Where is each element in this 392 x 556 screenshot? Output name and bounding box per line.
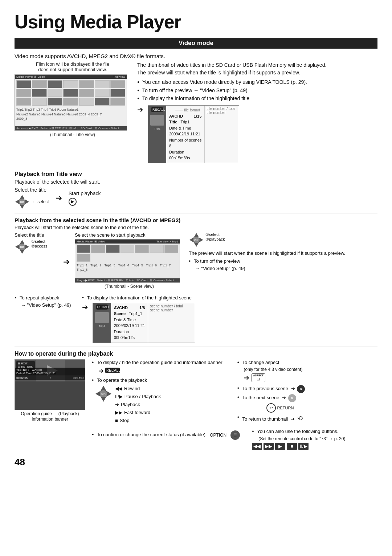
recall-row: ➔ RECALL	[98, 367, 232, 375]
scene-thumb-cell	[121, 245, 134, 253]
recall-label: RECALL	[152, 108, 165, 111]
recall-btn: RECALL	[151, 107, 163, 112]
thumb-cell	[95, 98, 110, 106]
scene-substeps1: ①select ②access	[31, 239, 47, 249]
video-setup-note: → "Video Setup" (p. 49)	[195, 266, 377, 271]
return-thumb-label: To return to thumbnail	[242, 416, 288, 422]
step1-label: Select the title OK ← select	[15, 187, 49, 209]
duration-val: 00h15m39s	[169, 156, 190, 160]
next-scene-btn[interactable]: G	[288, 394, 296, 402]
scene-thumb-cell	[77, 254, 90, 262]
thumb-cell	[79, 80, 94, 88]
select-arrow: ← select	[32, 199, 49, 204]
rewind-icon: ◀◀	[115, 385, 122, 393]
confirm-option-label: OPTION	[210, 433, 226, 438]
playback-title-heading: Playback from Title view	[15, 171, 377, 177]
screen-footer: Access→▶ EXIT Select→⊞ RETURN ⊡ Info SD …	[15, 126, 127, 130]
remote-stop-btn[interactable]: ■	[287, 443, 297, 450]
thumb-cell	[63, 80, 78, 88]
svg-text:OK: OK	[194, 238, 199, 242]
return-button[interactable]: ↩	[266, 403, 276, 413]
svg-text:OK: OK	[20, 245, 24, 249]
scene-thumb-label: (Thumbnail - Scene view)	[75, 284, 184, 289]
scene-recall-btn: RECALL	[96, 304, 108, 310]
scene-steps-row: Select the title OK ①select ②access ➔ Se	[15, 232, 377, 292]
playback-label: (Playback)	[58, 411, 79, 416]
title-field-val: Trip1	[180, 120, 189, 124]
bullet-item: You can also access Video mode directly …	[137, 79, 377, 86]
film-note: Film icon will be displayed if the file …	[15, 61, 131, 72]
sub2: ②access	[31, 244, 47, 249]
duration-label: Duration	[169, 150, 184, 154]
scene-field-val: Trip1_1	[129, 311, 142, 316]
change-aspect-label: To change aspect	[242, 360, 279, 365]
date-row: Date & Time	[169, 125, 201, 131]
step2-arrow: ➔	[63, 257, 70, 267]
option-button[interactable]: ☰	[230, 430, 240, 440]
remote-rew-btn[interactable]: ◀◀	[252, 443, 262, 450]
remote-pause-btn[interactable]: II/▶	[298, 443, 309, 450]
how-to-section: How to operate during the playback ⊞ EXI…	[15, 351, 377, 450]
scene-date-val: 2009/02/19 11:21	[114, 323, 145, 329]
scene-info-card-area: ➔ RECALL Trip1 AVCHD 1/8	[82, 303, 196, 343]
scene-label-extra: Trip1_8	[75, 267, 180, 272]
scene-thumb-cell	[77, 245, 90, 253]
intro-text: Video mode supports AVCHD, MPEG2 and Div…	[15, 53, 377, 59]
fastfwd-label: Fast forward	[124, 409, 150, 417]
remote-fwd-btn[interactable]: ▶▶	[264, 443, 274, 450]
remote-sub: (Set the remote control code to "73" → p…	[258, 436, 345, 441]
operate-item: To operate the playback	[92, 377, 232, 384]
thumb-cell	[16, 98, 31, 106]
thumb-cell	[110, 80, 125, 88]
scenes-val-row: 8	[169, 143, 201, 149]
controls-col: To display / hide the operation guide an…	[92, 359, 377, 425]
scene-thumb-cell	[150, 245, 163, 253]
scenes-val: 8	[169, 144, 171, 148]
playback-scene-section: Playback from the selected scene in the …	[15, 217, 377, 343]
display-info-section: To display the information of the highli…	[82, 295, 196, 343]
step-arrow: ➔	[56, 193, 62, 203]
thumb-image	[150, 115, 164, 126]
playback-bg: ⊞ EXIT⊞ RETURN▶ II/▶ Title Trip1 AVCHDDa…	[15, 360, 85, 381]
scene-step2: Select the scene to start playback Media…	[75, 232, 184, 292]
playback-ops: OK ◀◀ Rewind II/▶ Pause / Playback	[95, 385, 232, 425]
play-button[interactable]: ▶	[69, 198, 77, 206]
number-label: 1/15	[194, 113, 201, 119]
thumb-cell	[63, 89, 78, 97]
turn-off-note: To turn off the preview	[189, 258, 377, 265]
scene-thumb-cell	[135, 245, 149, 253]
scene-thumb-img	[95, 312, 109, 323]
film-note-line2: does not support thumbnail view.	[38, 67, 107, 72]
thumb-cell	[110, 98, 125, 106]
confirm-text: To confirm or change the current status …	[92, 432, 205, 438]
thumb-cell	[79, 98, 94, 106]
pause-op: II/▶ Pause / Playback	[115, 393, 161, 401]
thumb-grid	[15, 79, 127, 107]
display-info-item: To display the information of the highli…	[82, 295, 196, 301]
controls-right: To change aspect (only for the 4:3 video…	[237, 359, 378, 425]
page-title: Using Media Player	[15, 11, 377, 33]
prev-scene-btn[interactable]: R	[297, 385, 305, 393]
title-field-label: Title	[169, 120, 177, 124]
playback-screenshot-wrapper: ⊞ EXIT⊞ RETURN▶ II/▶ Title Trip1 AVCHDDa…	[15, 359, 85, 422]
scene-step2-label: Select the scene to start playback	[75, 232, 184, 238]
playback-arrow: ➔	[115, 401, 119, 409]
info-banner-overlay: Title Trip1 AVCHDDate & Time 2009/02/19 …	[15, 368, 85, 376]
avchd-desc: Playback will start from the selected sc…	[15, 225, 377, 230]
scene-thumb-cell	[106, 245, 120, 253]
scene-substeps2: ①select ②playback	[205, 232, 225, 242]
fastfwd-op: ▶▶ Fast forward	[115, 409, 161, 417]
dpad-control[interactable]: OK	[15, 194, 30, 209]
screenshot-labels: Operation guide (Playback)	[21, 411, 79, 416]
scene-step3: OK ①select ②playback The preview will st…	[189, 232, 377, 271]
dpad-svg3: OK	[189, 232, 204, 248]
thumb-cell	[16, 80, 31, 88]
svg-text:OK: OK	[20, 200, 24, 204]
scene-labels: Trip1_1Trip1_2Trip1_3Trip1_4Trip1_5Trip1…	[75, 263, 180, 267]
thumb-cell	[32, 89, 47, 97]
remote-play-btn[interactable]: ▶	[275, 443, 285, 450]
aspect-icon: ⊡	[257, 377, 260, 381]
bullet-item: To turn off the preview → "Video Setup" …	[137, 87, 377, 94]
aspect-button[interactable]: ASPECT ⊡	[252, 373, 265, 382]
file-format-label: ─── file format	[175, 107, 200, 113]
